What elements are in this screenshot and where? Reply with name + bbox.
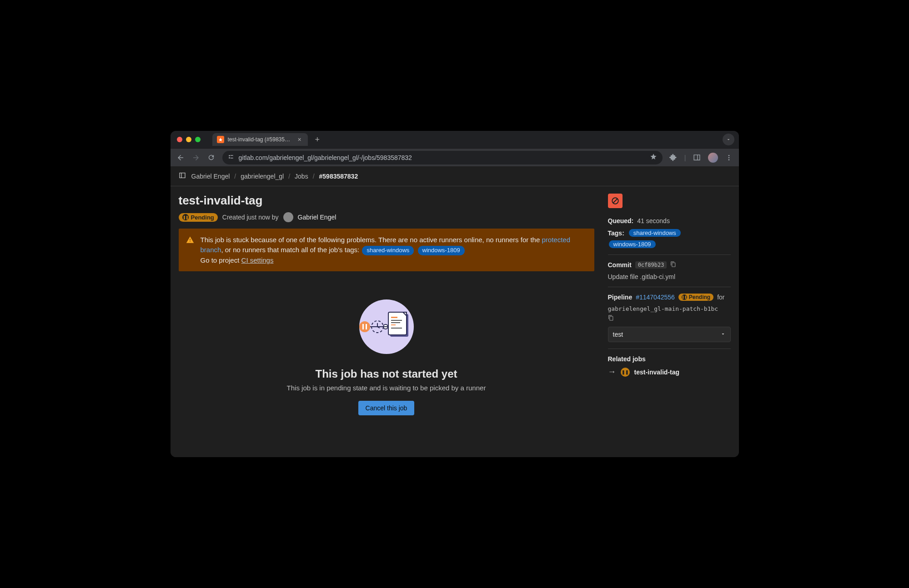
- url-bar: gitlab.com/gabrielengel_gl/gabrielengel_…: [171, 148, 739, 166]
- breadcrumb-project[interactable]: gabrielengel_gl: [241, 173, 284, 180]
- job-pending-illustration-icon: [355, 295, 418, 359]
- svg-point-1: [728, 157, 729, 158]
- commit-message: Update file .gitlab-ci.yml: [608, 273, 731, 280]
- browser-menu-icon[interactable]: [724, 153, 733, 162]
- page-content: Gabriel Engel / gabrielengel_gl / Jobs /…: [171, 166, 739, 457]
- back-button[interactable]: [176, 153, 185, 162]
- related-jobs-label: Related jobs: [608, 355, 731, 363]
- pipeline-label: Pipeline: [608, 294, 633, 301]
- url-text: gitlab.com/gabrielengel_gl/gabrielengel_…: [239, 154, 412, 161]
- pause-icon: ❚❚: [182, 214, 189, 220]
- breadcrumb: Gabriel Engel / gabrielengel_gl / Jobs /…: [171, 166, 739, 186]
- svg-rect-9: [391, 324, 396, 325]
- address-bar[interactable]: gitlab.com/gabrielengel_gl/gabrielengel_…: [222, 151, 663, 164]
- stuck-alert: This job is stuck because of one of the …: [179, 229, 594, 271]
- copy-sha-icon[interactable]: [670, 261, 676, 269]
- close-window-button[interactable]: [177, 137, 182, 142]
- job-sidebar: Queued: 41 seconds Tags: shared-windows …: [608, 194, 731, 420]
- svg-point-0: [728, 155, 729, 156]
- tags-label: Tags:: [608, 229, 624, 237]
- reload-button[interactable]: [207, 153, 216, 162]
- pause-icon: ❚❚: [682, 294, 687, 300]
- svg-rect-5: [388, 312, 407, 335]
- browser-window: test-invalid-tag (#59835878… × + gitlab.…: [171, 131, 739, 457]
- branch-name[interactable]: gabrielengel_gl-main-patch-b1bc: [608, 305, 731, 312]
- chevron-down-icon: [720, 331, 726, 338]
- svg-line-18: [613, 199, 617, 203]
- svg-rect-10: [391, 328, 402, 329]
- site-settings-icon[interactable]: [228, 154, 234, 161]
- sidebar-toggle-icon[interactable]: [179, 172, 187, 180]
- status-badge: ❚❚ Pending: [179, 213, 218, 222]
- svg-rect-8: [391, 322, 400, 323]
- author-name[interactable]: Gabriel Engel: [298, 214, 336, 221]
- side-panel-icon[interactable]: [693, 153, 702, 162]
- queued-value: 41 seconds: [637, 217, 670, 224]
- pipeline-link[interactable]: #1147042556: [636, 294, 675, 301]
- extensions-icon[interactable]: [669, 153, 678, 162]
- pause-icon: ❚❚: [621, 368, 630, 377]
- cancel-job-icon-button[interactable]: [608, 194, 623, 208]
- gitlab-favicon-icon: [217, 136, 224, 143]
- warning-icon: [186, 236, 194, 265]
- tag-chip: windows-1809: [609, 240, 656, 248]
- breadcrumb-section[interactable]: Jobs: [295, 173, 308, 180]
- breadcrumb-current: #5983587832: [319, 173, 358, 180]
- commit-label: Commit: [608, 261, 632, 269]
- bookmark-icon[interactable]: [650, 153, 657, 162]
- svg-rect-6: [391, 317, 397, 318]
- forward-button[interactable]: [191, 153, 201, 162]
- ci-settings-link[interactable]: CI settings: [241, 256, 274, 264]
- browser-tab[interactable]: test-invalid-tag (#59835878… ×: [212, 133, 308, 146]
- copy-branch-icon[interactable]: [608, 315, 614, 322]
- tag-chip: shared-windows: [629, 229, 681, 237]
- job-meta: ❚❚ Pending Created just now by Gabriel E…: [179, 212, 594, 222]
- svg-rect-16: [366, 324, 367, 329]
- cancel-job-button[interactable]: Cancel this job: [358, 401, 415, 415]
- queued-label: Queued:: [608, 217, 634, 224]
- related-job-item[interactable]: → ❚❚ test-invalid-tag: [608, 367, 731, 377]
- window-controls: [175, 137, 204, 142]
- tab-bar: test-invalid-tag (#59835878… × +: [171, 131, 739, 148]
- arrow-right-icon: →: [608, 367, 616, 377]
- tag-chip: shared-windows: [362, 246, 414, 255]
- author-avatar[interactable]: [283, 212, 293, 222]
- pipeline-status-badge: ❚❚ Pending: [678, 294, 713, 301]
- tab-title: test-invalid-tag (#59835878…: [228, 136, 292, 143]
- svg-point-14: [359, 321, 370, 332]
- tab-dropdown-button[interactable]: [723, 134, 734, 145]
- new-tab-button[interactable]: +: [315, 135, 320, 145]
- empty-description: This job is in pending state and is wait…: [179, 384, 594, 392]
- minimize-window-button[interactable]: [186, 137, 191, 142]
- empty-title: This job has not started yet: [179, 368, 594, 380]
- svg-point-2: [728, 159, 729, 160]
- svg-rect-15: [362, 324, 364, 329]
- close-tab-icon[interactable]: ×: [296, 136, 303, 143]
- stage-select[interactable]: test: [608, 327, 731, 342]
- breadcrumb-user[interactable]: Gabriel Engel: [191, 173, 230, 180]
- commit-sha[interactable]: 0cf89b23: [635, 261, 667, 269]
- tag-chip: windows-1809: [418, 246, 465, 255]
- job-title: test-invalid-tag: [179, 194, 594, 208]
- created-text: Created just now by: [222, 214, 279, 221]
- empty-state: This job has not started yet This job is…: [179, 281, 594, 420]
- profile-avatar[interactable]: [708, 153, 718, 163]
- svg-rect-7: [391, 320, 402, 321]
- maximize-window-button[interactable]: [195, 137, 201, 142]
